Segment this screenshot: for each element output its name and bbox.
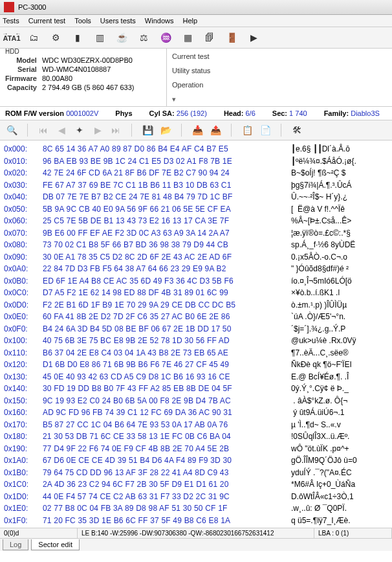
hex-bytes[interactable]: 67 D6 0E CE CE 4D 39 51 B4 D6 4A F4 89 F… <box>43 455 291 467</box>
hex-bytes[interactable]: D7 A5 F2 1E 62 14 98 ED 88 DF 4B 31 89 0… <box>43 287 291 299</box>
toolbar-btn-3[interactable]: ▮ <box>70 30 85 45</box>
menu-current-test[interactable]: Current test <box>28 17 65 25</box>
hex-ascii[interactable]: gÖ.ÎÎM9Q´ÖJô ù=0 <box>291 455 357 467</box>
hex-bytes[interactable]: 77 D4 9F 22 F6 74 0E F9 CF 4B 8B 2E 70 A… <box>43 443 291 455</box>
hex-row[interactable]: 0x050:5B 9A 9C CB 40 E0 9A 56 9F 66 21 0… <box>4 203 388 216</box>
tool2-marker[interactable]: ✦ <box>72 123 87 137</box>
hex-ascii[interactable]: !0SÛqlÎ3X..ü.Æº. <box>291 431 349 443</box>
hex-row[interactable]: 0x180:21 30 53 DB 71 6C CE 33 58 13 1E F… <box>4 431 388 443</box>
hex-row[interactable]: 0x000:8C 65 14 36 A7 A0 89 87 D0 86 B4 E… <box>4 143 388 155</box>
hex-row[interactable]: 0x010:96 BA EB 93 BE 9B 1C 24 C1 E5 D3 0… <box>4 155 388 168</box>
hex-row[interactable]: 0x130:45 0E 40 93 42 63 CD A5 C9 D8 1C B… <box>4 371 388 383</box>
hex-bytes[interactable]: 8C 65 14 36 A7 A0 89 87 D0 86 B4 E4 AF C… <box>43 143 291 155</box>
tool2-copy[interactable]: 📋 <box>239 123 255 137</box>
hex-ascii[interactable]: yduÍÝ .¯?("A¤.ÉC <box>291 467 352 479</box>
hex-ascii[interactable]: ío.¤¸Î¬5mIó6LÓ[ö <box>291 275 352 287</box>
hex-row[interactable]: 0x1D0:44 0E F4 57 74 CE C2 AB 63 31 F7 3… <box>4 491 388 503</box>
hex-bytes[interactable]: 45 0E 40 93 42 63 CD A5 C9 D8 1C B6 16 9… <box>43 371 291 383</box>
tool2-prev[interactable]: ◀ <box>54 123 69 137</box>
hex-ascii[interactable]: Û.~~·²Î$~ H´y}.¿ <box>291 191 347 203</box>
tool2-open[interactable]: 📂 <box>158 123 173 137</box>
hex-ascii[interactable]: .w¸..û: Ø ¯Q0PÏ. <box>291 502 347 515</box>
hex-ascii[interactable]: µ 'Ì..¶d~ S..«.v <box>291 419 341 431</box>
hex-bytes[interactable]: B6 37 04 2E E8 C4 03 04 1A 43 B8 2E 73 E… <box>43 347 291 359</box>
tool2-paste[interactable]: 📄 <box>257 123 273 137</box>
hex-bytes[interactable]: 9C 19 93 E2 C0 24 B0 6B 5A 00 F8 2E 9B D… <box>43 395 291 407</box>
hex-ascii[interactable]: 0ý.Ý¸°.Cÿ¢ ë Þ._ <box>291 383 349 395</box>
hex-row[interactable]: 0x0C0:D7 A5 F2 1E 62 14 98 ED 88 DF 4B 3… <box>4 287 388 299</box>
hex-ascii[interactable]: D.ôWtÎÂ«c1÷3Ò,1 <box>291 491 356 503</box>
hex-bytes[interactable]: 71 20 FC 35 3D 1E B6 6C FF 37 5F 49 B8 C… <box>43 515 291 527</box>
hex-row[interactable]: 0x170:B5 87 27 CC 1C 04 B6 64 7E 93 53 0… <box>4 419 388 431</box>
operation-dropdown[interactable]: ▾ <box>172 95 387 104</box>
hex-row[interactable]: 0x0E0:60 FA 41 8B 2E D2 7D 2F C6 35 27 A… <box>4 311 388 323</box>
hex-ascii[interactable]: ­ ý ût9Á.üiÚ6¬.1 <box>291 407 344 419</box>
tool2-write[interactable]: 📥 <box>190 123 205 137</box>
hex-bytes[interactable]: FE 67 A7 37 69 BE 7C C1 1B B6 11 B3 10 D… <box>43 179 291 192</box>
hex-bytes[interactable]: AD 9C FD 96 FB 74 39 C1 12 FC 69 DA 36 A… <box>43 407 291 419</box>
ata-port-button[interactable]: ATA1 <box>4 30 19 45</box>
hex-row[interactable]: 0x040:DB 07 7E 7E B7 B2 CE 24 7E 81 48 B… <box>4 191 388 203</box>
hex-bytes[interactable]: 44 0E F4 57 74 CE C2 AB 63 31 F7 33 D2 2… <box>43 491 291 503</box>
hex-ascii[interactable]: " }Óûõd8§df#)é ² <box>291 263 349 275</box>
hex-row[interactable]: 0x080:73 70 02 C1 B8 5F 66 B7 BD 36 98 3… <box>4 239 388 251</box>
hex-ascii[interactable]: ¶7..èÄ...C¸.sëe® <box>291 347 349 359</box>
hex-ascii[interactable]: ÑkÐè qk ¶ö~F'ÏEI <box>291 359 352 371</box>
hex-row[interactable]: 0x190:77 D4 9F 22 F6 74 0E F9 CF 4B 8B 2… <box>4 443 388 455</box>
toolbar-btn-7[interactable]: ♒ <box>158 30 173 45</box>
hex-bytes[interactable]: DB 07 7E 7E B7 B2 CE 24 7E 81 48 B4 79 7… <box>43 191 291 203</box>
toolbar-btn-5[interactable]: ☕ <box>114 30 129 45</box>
hex-bytes[interactable]: 96 BA EB 93 BE 9B 1C 24 C1 E5 D3 02 A1 F… <box>43 155 291 168</box>
hex-row[interactable]: 0x1F0:71 20 FC 35 3D 1E B6 6C FF 37 5F 4… <box>4 515 388 527</box>
hex-ascii[interactable]: 0.¡x5ÅÒ.-o.C¬.­o <box>291 251 347 264</box>
hex-ascii[interactable]: ´$j=´].¾¿.g..Ý.P <box>291 323 345 335</box>
hex-row[interactable]: 0x160:AD 9C FD 96 FB 74 39 C1 12 FC 69 D… <box>4 407 388 419</box>
hex-ascii[interactable]: wÔ "öt.ùÏK .p¤^+ <box>291 443 349 455</box>
hex-ascii[interactable]: ¦æ.ÿï®ò=.£c©:.*§ <box>291 227 351 240</box>
hex-row[interactable]: 0x1E0:02 77 B8 0C 04 FB 3A 89 D8 98 AF 5… <box>4 502 388 515</box>
hex-row[interactable]: 0x1A0:67 D6 0E CE CE 4D 39 51 B4 D6 4A F… <box>4 455 388 467</box>
tool2-next[interactable]: ▶ <box>90 123 105 137</box>
hex-ascii[interactable]: `úA .Ò}/Æ5'¬°n. <box>291 311 347 323</box>
hex-ascii[interactable]: sp.Á¸_f·½6 8yÙDË <box>291 239 355 251</box>
hex-bytes[interactable]: 5B 9A 9C CB 40 E0 9A 56 9F 66 21 06 5E 5… <box>43 203 291 216</box>
hex-row[interactable]: 0x1B0:79 64 75 CD DD 96 13 AF 3F 28 22 4… <box>4 467 388 479</box>
hex-bytes[interactable]: 30 FD 19 DD B8 B0 7F 43 FF A2 85 EB 8B D… <box>43 383 291 395</box>
hex-bytes[interactable]: 2A 4D 36 23 C2 94 6C F7 2B 30 5F D9 E1 D… <box>43 478 291 491</box>
tool2-btn-1[interactable]: 🔍 <box>4 123 19 137</box>
toolbar-btn-1[interactable]: 🗂 <box>26 30 41 45</box>
hex-bytes[interactable]: B5 87 27 CC 1C 04 B6 64 7E 93 53 0A 17 A… <box>43 419 291 431</box>
hex-bytes[interactable]: 40 75 6B 3E 75 BC E8 9B 2E 52 78 1D 30 5… <box>43 335 291 347</box>
hex-ascii[interactable]: E.@ BcÍ¥Éø.¶. .Î <box>291 371 349 383</box>
tab-sector-edit[interactable]: Sector edit <box>31 539 80 550</box>
hex-row[interactable]: 0x140:30 FD 19 DD B8 B0 7F 43 FF A2 85 E… <box>4 383 388 395</box>
tool2-save[interactable]: 💾 <box>140 123 155 137</box>
tool2-first[interactable]: ⏮ <box>36 123 51 137</box>
hex-bytes[interactable]: 60 FA 41 8B 2E D2 7D 2F C6 35 27 AC B0 6… <box>43 311 291 323</box>
hex-bytes[interactable]: 02 77 B8 0C 04 FB 3A 89 D8 98 AF 51 30 5… <box>43 502 291 515</box>
menu-tests[interactable]: Tests <box>3 17 19 25</box>
hex-bytes[interactable]: D1 6B D0 E8 86 71 6B 9B B6 F6 7E 46 27 C… <box>43 359 291 371</box>
hex-bytes[interactable]: 9B E6 00 FF EF AE F2 3D 0C A3 63 A9 3A 1… <box>43 227 291 240</box>
hex-bytes[interactable]: ED 6F 1E A4 B8 CE AC 35 6D 49 F3 36 4C D… <box>43 275 291 287</box>
hex-ascii[interactable]: %Å~[Þ±.Cså...Ê> <box>291 215 354 227</box>
toolbar-btn-play[interactable]: ▶ <box>246 30 261 45</box>
hex-dump[interactable]: 0x000:8C 65 14 36 A7 A0 89 87 D0 86 B4 E… <box>0 140 392 528</box>
hex-row[interactable]: 0x070:9B E6 00 FF EF AE F2 3D 0C A3 63 A… <box>4 227 388 240</box>
hex-ascii[interactable]: *M6#Â lç+0_ÙáÑa <box>291 478 357 491</box>
hex-bytes[interactable]: B4 24 6A 3D B4 5D 08 BE BF 06 67 2E 1B D… <box>43 323 291 335</box>
menu-tools[interactable]: Tools <box>74 17 91 25</box>
hex-ascii[interactable]: ×¥ò.b..í.ßK1 .l <box>291 287 342 299</box>
toolbar-btn-10[interactable]: 🚪 <box>224 30 239 45</box>
hex-bytes[interactable]: 73 70 02 C1 B8 5F 66 B7 BD 36 98 38 79 D… <box>43 239 291 251</box>
hex-ascii[interactable]: @uk>u¼è .Rx.0Vÿ­ <box>291 335 356 347</box>
hex-row[interactable]: 0x120:D1 6B D0 E8 86 71 6B 9B B6 F6 7E 4… <box>4 359 388 371</box>
tab-log[interactable]: Log <box>3 539 28 550</box>
hex-row[interactable]: 0x150:9C 19 93 E2 C0 24 B0 6B 5A 00 F8 2… <box>4 395 388 407</box>
hex-row[interactable]: 0x0B0:ED 6F 1E A4 B8 CE AC 35 6D 49 F3 3… <box>4 275 388 287</box>
toolbar-btn-6[interactable]: ⚖ <box>136 30 151 45</box>
hex-ascii[interactable]: ò.±m.¹.p) )ÎÛÌÜµ <box>291 299 347 311</box>
hex-bytes[interactable]: 42 7E 24 6F CD 6A 21 8F B6 DF 7E B2 C7 9… <box>43 167 291 179</box>
toolbar-btn-2[interactable]: ⚙ <box>48 30 63 45</box>
hex-bytes[interactable]: 21 30 53 DB 71 6C CE 33 58 13 1E FC 0B C… <box>43 431 291 443</box>
